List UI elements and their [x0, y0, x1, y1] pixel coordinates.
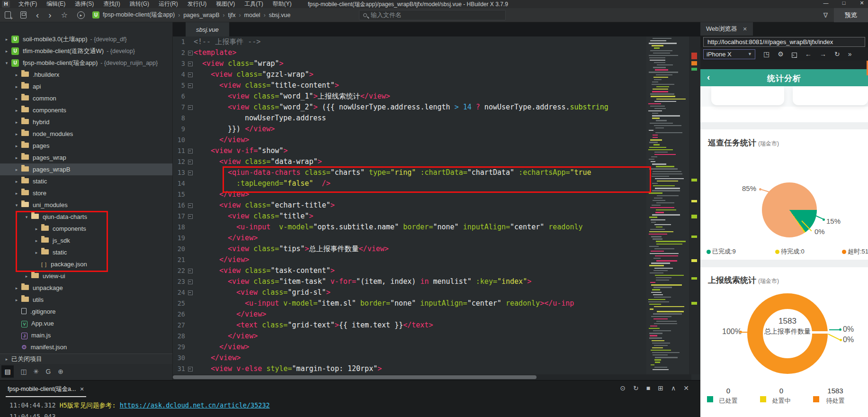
collapsed-arrow-icon[interactable]: ▸	[14, 84, 19, 89]
collapsed-arrow-icon[interactable]: ▸	[14, 191, 19, 196]
menu-item[interactable]: 查找(I)	[98, 0, 125, 8]
expanded-arrow-icon[interactable]: ▾	[14, 203, 19, 208]
tree-item-soil-mobile3.0app[interactable]: ▸Usoil-mobile3.0(土壤app) - {develop_df}	[0, 33, 173, 45]
tree-item-static[interactable]: ▸static	[0, 175, 173, 187]
globe-icon[interactable]: ⊕	[54, 368, 67, 375]
collapsed-arrow-icon[interactable]: ▸	[14, 73, 19, 77]
tree-item-.gitignore[interactable]: .gitignore	[0, 306, 173, 317]
collapsed-arrow-icon[interactable]: ▸	[4, 37, 9, 42]
tree-item-store[interactable]: ▸store	[0, 187, 173, 199]
terminal-icon[interactable]: ⊞	[658, 384, 663, 392]
tree-item-uni_modules[interactable]: ▾uni_modules	[0, 199, 173, 211]
tab-sbsj-vue[interactable]: sbsj.vue	[186, 22, 229, 36]
menu-item[interactable]: 发行(U)	[183, 0, 212, 8]
layout-panel-icon[interactable]: ◫	[18, 368, 30, 375]
open-external-icon[interactable]: ◳	[763, 50, 770, 58]
tree-item-unpackage[interactable]: ▸unpackage	[0, 282, 173, 294]
star-button[interactable]: ☆	[61, 10, 68, 19]
collapsed-arrow-icon[interactable]: ▸	[14, 96, 19, 101]
fold-icon[interactable]	[187, 156, 194, 167]
fold-icon[interactable]	[187, 102, 194, 113]
code-editor[interactable]: sbsj.vue 1<!-- 上报事件 -->2<template>3<view…	[173, 22, 700, 380]
fold-icon[interactable]	[187, 167, 194, 178]
fold-icon[interactable]	[187, 145, 194, 156]
tree-item-package.json[interactable]: [ ]package.json	[0, 258, 173, 270]
minimap[interactable]	[646, 36, 689, 374]
collapsed-arrow-icon[interactable]: ▸	[14, 298, 19, 302]
restart-icon[interactable]: ↻	[633, 384, 639, 392]
more-icon[interactable]: »	[848, 50, 852, 58]
tree-item-tfim-mobile-clientW[interactable]: ▸Utfim-mobile-client(道路交通W) - {develop}	[0, 45, 173, 57]
tree-item-js_sdk[interactable]: ▸js_sdk	[0, 235, 173, 246]
menu-item[interactable]: 工具(T)	[240, 0, 268, 8]
code-area[interactable]: 1<!-- 上报事件 -->2<template>3<view class="w…	[173, 36, 646, 374]
tree-item-pages_wrapB[interactable]: ▸pages_wrapB	[0, 163, 173, 175]
browser-tab-close-icon[interactable]: ✕	[743, 26, 747, 32]
tree-item-hybrid[interactable]: ▸hybrid	[0, 116, 173, 128]
tree-item-App.vue[interactable]: VApp.vue	[0, 317, 173, 329]
menu-item[interactable]: 跳转(G)	[125, 0, 154, 8]
collapsed-arrow-icon[interactable]: ▸	[14, 179, 19, 184]
collapsed-arrow-icon[interactable]: ▸	[14, 155, 19, 160]
tree-item-node_modules[interactable]: ▸node_modules	[0, 128, 173, 140]
breadcrumb-item[interactable]: sbsj.vue	[269, 12, 291, 18]
fold-icon[interactable]	[187, 80, 194, 91]
expanded-arrow-icon[interactable]: ▾	[24, 215, 29, 219]
collapsed-arrow-icon[interactable]: ▸	[14, 132, 19, 136]
breadcrumb-item[interactable]: tjfx	[228, 12, 236, 18]
tree-item-main.js[interactable]: Jmain.js	[0, 329, 173, 341]
fold-icon[interactable]	[187, 69, 194, 80]
closed-projects-row[interactable]: ▸ 已关闭项目	[0, 354, 173, 364]
collapsed-arrow-icon[interactable]: ▸	[14, 286, 19, 290]
filter-icon[interactable]: ∇	[823, 11, 828, 19]
fold-icon[interactable]	[187, 265, 194, 276]
forward-button[interactable]: ›	[48, 10, 51, 20]
refresh-icon[interactable]: ↻	[834, 50, 840, 58]
fold-icon[interactable]	[187, 363, 194, 374]
tree-item-static[interactable]: ▸static	[0, 246, 173, 258]
breadcrumb-item[interactable]: fpsp-mobile-client(瑞金app)	[103, 11, 175, 19]
clear-icon[interactable]: ✕	[683, 384, 689, 392]
collapsed-arrow-icon[interactable]: ▸	[4, 49, 9, 54]
expanded-arrow-icon[interactable]: ▾	[4, 61, 9, 65]
device-select[interactable]: iPhone X ▼	[703, 49, 755, 59]
save-button[interactable]	[20, 11, 27, 18]
terminal-box-icon[interactable]: >_	[792, 50, 797, 58]
tree-item-pages_wrap[interactable]: ▸pages_wrap	[0, 152, 173, 163]
fold-icon[interactable]	[187, 287, 194, 298]
collapse-icon[interactable]: ∧	[671, 384, 676, 392]
console-tab-close-icon[interactable]: ✕	[80, 386, 84, 392]
run-button[interactable]: ▸	[77, 11, 85, 19]
gear-icon[interactable]: ⚙	[778, 50, 784, 58]
menu-item[interactable]: 视图(V)	[211, 0, 240, 8]
collapsed-arrow-icon[interactable]: ▸	[34, 250, 39, 255]
browser-tab[interactable]: Web浏览器 ✕	[700, 22, 753, 36]
new-file-button[interactable]	[5, 11, 11, 18]
horizontal-scrollbar-thumb[interactable]	[173, 375, 537, 379]
tree-item-fpsp-mobile-clientapp[interactable]: ▾Ufpsp-mobile-client(瑞金app) - {develop_r…	[0, 57, 173, 69]
console-tab[interactable]: fpsp-mobile-client(瑞金a... ✕	[6, 385, 86, 397]
files-panel-icon[interactable]: ▤	[1, 365, 14, 378]
nav-forward-icon[interactable]: →	[820, 50, 826, 58]
tree-item-manifest.json[interactable]: ⚙manifest.json	[0, 341, 173, 353]
close-button[interactable]: ✕	[859, 0, 865, 6]
collapsed-arrow-icon[interactable]: ▸	[14, 108, 19, 113]
collapsed-arrow-icon[interactable]: ▸	[14, 144, 19, 148]
breadcrumb-item[interactable]: pages_wrapB	[183, 12, 219, 18]
tree-item-pages[interactable]: ▸pages	[0, 140, 173, 152]
collapsed-arrow-icon[interactable]: ▸	[14, 120, 19, 125]
collapsed-arrow-icon[interactable]: ▸	[14, 167, 19, 172]
menu-item[interactable]: 文件(F)	[14, 0, 42, 8]
menu-item[interactable]: 帮助(Y)	[268, 0, 296, 8]
tree-item-.hbuilderx[interactable]: ▸.hbuilderx	[0, 69, 173, 81]
fold-icon[interactable]	[187, 211, 194, 222]
tree-item-common[interactable]: ▸common	[0, 92, 173, 104]
tree-item-utils[interactable]: ▸utils	[0, 294, 173, 306]
fold-icon[interactable]	[187, 276, 194, 287]
menu-item[interactable]: 运行(R)	[154, 0, 183, 8]
tree-item-uview-ui[interactable]: ▸uview-ui	[0, 270, 173, 282]
debug-icon[interactable]: ⊙	[620, 384, 626, 392]
snowflake-icon[interactable]: ✳	[30, 368, 42, 375]
fold-icon[interactable]	[187, 200, 194, 211]
tree-item-api[interactable]: ▸api	[0, 81, 173, 92]
